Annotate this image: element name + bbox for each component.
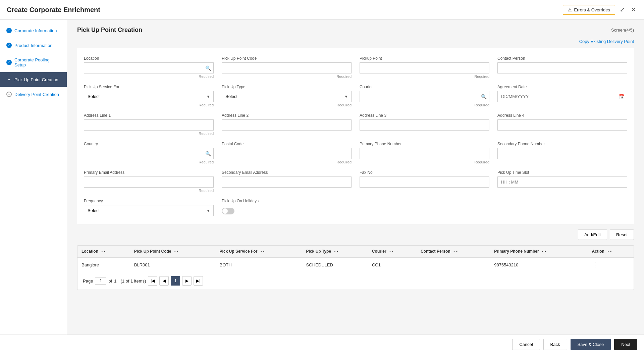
cell-contact-person: [417, 257, 490, 272]
sort-action-icon[interactable]: ▲▼: [607, 250, 612, 253]
agreement-date-input[interactable]: [497, 91, 627, 102]
next-page-button[interactable]: ▶: [182, 276, 192, 286]
primary-phone-input[interactable]: [360, 148, 489, 159]
total-pages: 1: [114, 279, 116, 284]
reset-button[interactable]: Reset: [610, 230, 634, 240]
address3-label: Address Line 3: [360, 113, 489, 118]
warning-icon: ⚠: [568, 7, 572, 12]
cell-primary-phone: 9876543210: [490, 257, 588, 272]
frequency-select[interactable]: Select: [84, 205, 214, 216]
country-input[interactable]: [84, 148, 214, 159]
pickup-service-for-required: Required: [84, 103, 214, 107]
sort-location-icon[interactable]: ▲▼: [101, 250, 106, 253]
app-title: Create Corporate Enrichment: [7, 6, 100, 14]
pickup-point-code-input[interactable]: [222, 62, 352, 73]
contact-person-field-group: Contact Person: [497, 56, 627, 79]
pickup-service-for-select[interactable]: Select: [84, 91, 214, 102]
agreement-date-label: Agreement Date: [497, 85, 627, 89]
address1-input[interactable]: [84, 119, 214, 131]
pickup-point-label: Pickup Point: [360, 56, 489, 61]
cell-pickup-type: SCHEDULED: [302, 257, 368, 272]
empty-cell-1: [360, 199, 489, 216]
step-icon-3: ✓: [6, 60, 12, 65]
primary-phone-label: Primary Phone Number: [360, 142, 489, 146]
next-button[interactable]: Next: [614, 339, 637, 350]
address4-label: Address Line 4: [497, 113, 627, 118]
cancel-button[interactable]: Cancel: [512, 339, 540, 350]
sort-contact-person-icon[interactable]: ▲▼: [453, 250, 458, 253]
fax-input[interactable]: [360, 176, 489, 188]
pickup-type-select[interactable]: Select: [222, 91, 352, 102]
pickup-on-holidays-field-group: Pick Up On Holidays: [222, 199, 352, 216]
frequency-field-group: Frequency Select ▼: [84, 199, 214, 216]
location-field-group: Location 🔍 Required: [84, 56, 214, 79]
sort-primary-phone-icon[interactable]: ▲▼: [541, 250, 547, 253]
calendar-icon[interactable]: 📅: [619, 94, 625, 99]
empty-cell-2: [497, 199, 627, 216]
last-page-button[interactable]: ▶|: [194, 276, 203, 286]
agreement-date-field-group: Agreement Date 📅: [497, 85, 627, 107]
current-page-button[interactable]: 1: [171, 276, 180, 286]
primary-email-input[interactable]: [84, 176, 214, 188]
address1-required: Required: [84, 132, 214, 136]
location-search-icon[interactable]: 🔍: [205, 65, 211, 71]
pagination: Page of 1 (1 of 1 items) |◀ ◀ 1 ▶ ▶|: [77, 272, 634, 290]
courier-search-icon[interactable]: 🔍: [481, 94, 487, 99]
toggle-knob: [222, 208, 228, 214]
sidebar-item-corporate-information[interactable]: ✓ Corporate Information: [0, 23, 67, 38]
row-action-menu-button[interactable]: ⋮: [592, 261, 598, 268]
cell-action: ⋮: [588, 257, 634, 272]
country-search-icon[interactable]: 🔍: [205, 151, 211, 156]
country-label: Country: [84, 142, 214, 146]
address4-field-group: Address Line 4: [497, 113, 627, 136]
save-close-button[interactable]: Save & Close: [571, 339, 611, 350]
pickup-point-code-label: Pick Up Point Code: [222, 56, 352, 61]
sidebar-item-pick-up-point-creation[interactable]: ● Pick Up Point Creation: [0, 72, 67, 87]
pickup-point-input[interactable]: [360, 62, 489, 73]
pickup-on-holidays-toggle[interactable]: [222, 208, 234, 214]
address4-input[interactable]: [497, 119, 627, 131]
secondary-phone-input[interactable]: [497, 148, 627, 159]
step-icon-1: ✓: [6, 28, 12, 33]
courier-input[interactable]: [360, 91, 489, 102]
address2-field-group: Address Line 2: [222, 113, 352, 136]
primary-phone-field-group: Primary Phone Number Required: [360, 142, 489, 164]
maximize-button[interactable]: ⤢: [619, 5, 626, 15]
form-action-buttons: Add/Edit Reset: [77, 230, 634, 240]
pickup-time-slot-input[interactable]: [497, 176, 627, 188]
postal-code-field-group: Postal Code Required: [222, 142, 352, 164]
pickup-points-table-container: Location ▲▼ Pick Up Point Code ▲▼ Pick U…: [77, 245, 634, 290]
sort-pickup-point-code-icon[interactable]: ▲▼: [174, 250, 179, 253]
sort-courier-icon[interactable]: ▲▼: [389, 250, 394, 253]
contact-person-input[interactable]: [497, 62, 627, 73]
sidebar-item-delivery-point-creation[interactable]: ○ Delivery Point Creation: [0, 87, 67, 102]
postal-code-input[interactable]: [222, 148, 352, 159]
first-page-button[interactable]: |◀: [148, 276, 157, 286]
sort-pickup-type-icon[interactable]: ▲▼: [333, 250, 339, 253]
step-icon-5: ○: [6, 92, 12, 97]
col-pickup-point-code: Pick Up Point Code ▲▼: [130, 246, 216, 257]
fax-label: Fax No.: [360, 170, 489, 175]
close-button[interactable]: ✕: [630, 5, 637, 15]
errors-overrides-button[interactable]: ⚠ Errors & Overrides: [563, 5, 615, 15]
table-header-row: Location ▲▼ Pick Up Point Code ▲▼ Pick U…: [77, 246, 634, 257]
add-edit-button[interactable]: Add/Edit: [578, 230, 607, 240]
page-input[interactable]: [95, 277, 106, 285]
location-input[interactable]: [84, 62, 214, 73]
sort-pickup-service-for-icon[interactable]: ▲▼: [260, 250, 265, 253]
sidebar-item-corporate-pooling-setup[interactable]: ✓ Corporate Pooling Setup: [0, 53, 67, 72]
secondary-email-input[interactable]: [222, 176, 352, 188]
location-label: Location: [84, 56, 214, 61]
address2-input[interactable]: [222, 119, 352, 131]
back-button[interactable]: Back: [543, 339, 567, 350]
copy-existing-delivery-point-link[interactable]: Copy Existing Delivery Point: [579, 39, 634, 44]
address3-input[interactable]: [360, 119, 489, 131]
prev-page-button[interactable]: ◀: [159, 276, 169, 286]
cell-location: Banglore: [77, 257, 130, 272]
page-label: Page: [83, 279, 93, 284]
sidebar: ✓ Corporate Information ✓ Product Inform…: [0, 20, 67, 335]
sidebar-item-product-information[interactable]: ✓ Product Information: [0, 38, 67, 53]
col-action: Action ▲▼: [588, 246, 634, 257]
content-header: Pick Up Point Creation Screen(4/5): [77, 27, 634, 34]
col-pickup-type: Pick Up Type ▲▼: [302, 246, 368, 257]
